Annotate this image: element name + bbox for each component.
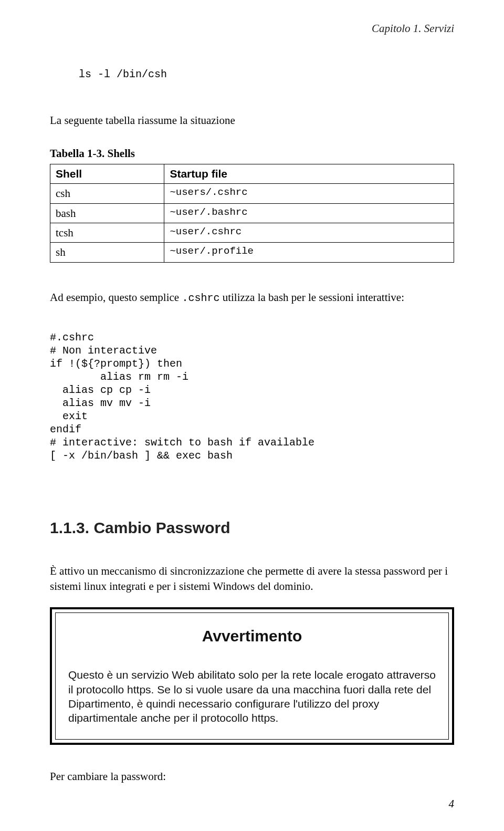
intro-text: La seguente tabella riassume la situazio… xyxy=(50,113,454,128)
warning-title: Avvertimento xyxy=(68,626,436,647)
table-row: sh ~user/.profile xyxy=(50,243,454,262)
table-cell: ~user/.bashrc xyxy=(164,203,454,223)
example-sentence: Ad esempio, questo semplice .cshrc utili… xyxy=(50,290,454,305)
table-cell: sh xyxy=(50,243,164,262)
code-line: # interactive: switch to bash if availab… xyxy=(50,437,314,449)
code-line: #.cshrc xyxy=(50,331,94,344)
shells-table: Shell Startup file csh ~users/.cshrc bas… xyxy=(50,164,454,263)
table-cell: ~users/.cshrc xyxy=(164,184,454,203)
table-cell: ~user/.cshrc xyxy=(164,223,454,243)
table-header-row: Shell Startup file xyxy=(50,164,454,184)
table-cell: bash xyxy=(50,203,164,223)
closing-text: Per cambiare la password: xyxy=(50,769,454,784)
example-pre: Ad esempio, questo semplice xyxy=(50,291,182,304)
table-cell: tcsh xyxy=(50,223,164,243)
example-post: utilizza la bash per le sessioni interat… xyxy=(219,291,404,304)
chapter-header: Capitolo 1. Servizi xyxy=(50,21,454,36)
code-line: endif xyxy=(50,423,81,435)
table-row: tcsh ~user/.cshrc xyxy=(50,223,454,243)
table-header: Startup file xyxy=(164,164,454,184)
code-line: alias mv mv -i xyxy=(50,397,151,409)
table-row: csh ~users/.cshrc xyxy=(50,184,454,203)
code-line: [ -x /bin/bash ] && exec bash xyxy=(50,450,233,462)
code-line: exit xyxy=(50,410,88,422)
section-heading-cambio-password: 1.1.3. Cambio Password xyxy=(50,517,454,539)
section-body: È attivo un meccanismo di sincronizzazio… xyxy=(50,564,454,594)
code-block-cshrc: #.cshrc # Non interactive if !(${?prompt… xyxy=(50,318,454,462)
page-number: 4 xyxy=(449,796,455,811)
warning-body: Questo è un servizio Web abilitato solo … xyxy=(68,668,436,725)
table-caption: Tabella 1-3. Shells xyxy=(50,146,454,161)
code-line: if !(${?prompt}) then xyxy=(50,358,182,370)
table-row: bash ~user/.bashrc xyxy=(50,203,454,223)
code-line: alias rm rm -i xyxy=(50,371,188,383)
table-header: Shell xyxy=(50,164,164,184)
code-line: alias cp cp -i xyxy=(50,384,151,396)
table-cell: csh xyxy=(50,184,164,203)
code-line: # Non interactive xyxy=(50,345,157,357)
inline-code-cshrc: .cshrc xyxy=(182,292,219,304)
warning-box: Avvertimento Questo è un servizio Web ab… xyxy=(50,607,454,745)
warning-inner: Avvertimento Questo è un servizio Web ab… xyxy=(55,612,449,740)
table-cell: ~user/.profile xyxy=(164,243,454,262)
command-ls: ls -l /bin/csh xyxy=(79,67,454,81)
